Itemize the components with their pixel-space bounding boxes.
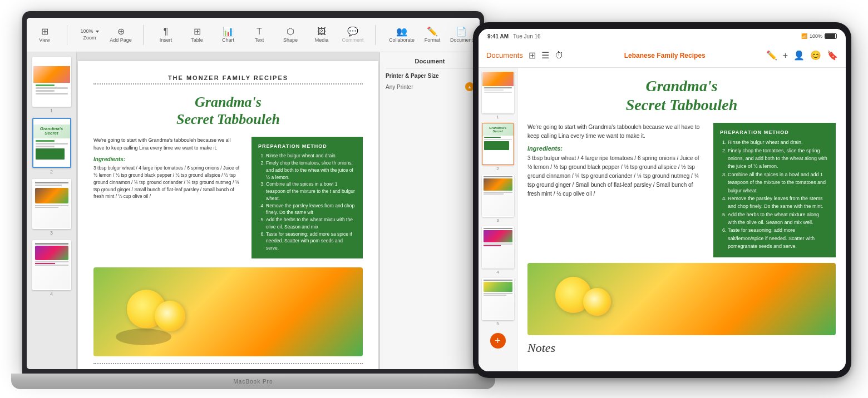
toolbar-zoom[interactable]: 100% Zoom	[78, 29, 101, 41]
collaborate-icon: 👥	[396, 27, 407, 36]
doc-left-col: We're going to start with Grandma's tabb…	[93, 137, 243, 258]
ipad-toolbar-right: ✏️ + 👤 😊 🔖	[766, 50, 838, 61]
share-icon[interactable]: 👤	[793, 50, 805, 61]
ipad-thumb-num-3: 3	[496, 218, 499, 223]
ipad-lemon-half	[583, 288, 611, 316]
ipad-thumbnail-5[interactable]: 5	[481, 278, 515, 326]
thumb-lines-1	[33, 83, 70, 97]
battery-icon	[825, 33, 837, 39]
thumbnail-4[interactable]: 4	[30, 240, 73, 297]
printer-section: Printer & Paper Size	[386, 73, 474, 79]
ingredients-title: Ingredients:	[93, 156, 243, 162]
ipad-thumb-num-5: 5	[496, 321, 499, 326]
macbook-base: MacBook Pro	[11, 374, 495, 389]
thumb-num-1: 1	[50, 108, 53, 113]
toolbar-right: 👥 Collaborate ✏️ Format 📄 Document	[389, 27, 473, 43]
prep-step-5: Add the herbs to the wheat mixtu with th…	[266, 216, 356, 231]
ipad-thumbnail-1[interactable]: 1	[481, 71, 515, 120]
recipe-title: Grandma's Secret Tabbouleh	[93, 93, 363, 128]
toolbar-chart[interactable]: 📊 Chart	[217, 27, 239, 43]
scene: ⊞ View 100% Zoom ⊕ Add Page	[0, 0, 868, 398]
thumb-img-4	[32, 240, 71, 290]
macbook-screen: ⊞ View 100% Zoom ⊕ Add Page	[27, 18, 480, 369]
toolbar-collaborate[interactable]: 👥 Collaborate	[389, 27, 415, 43]
ipad-thumbnail-3[interactable]: 3	[481, 175, 515, 223]
clock-icon[interactable]: ⏱	[555, 51, 564, 61]
pages-content: 1 Grandma'sSecret	[27, 52, 480, 369]
toolbar-text[interactable]: T Text	[248, 27, 270, 43]
thumbnail-2[interactable]: Grandma'sSecret 2	[30, 118, 73, 175]
thumb-num-3: 3	[50, 230, 53, 236]
toolbar-comment[interactable]: 💬 Comment	[342, 27, 364, 43]
ipad-thumb-num-2: 2	[496, 166, 499, 171]
chart-label: Chart	[222, 37, 234, 43]
thumb-img-1	[32, 57, 71, 107]
thumbnail-3[interactable]: 3	[30, 179, 73, 236]
doc-image	[93, 267, 363, 356]
doc-divider	[93, 83, 363, 84]
doc-area[interactable]: THE MONZER FAMILY RECIPES Grandma's Secr…	[77, 52, 379, 369]
comment-label: Comment	[342, 37, 363, 43]
thumb-line	[36, 87, 68, 89]
ipad-thumbnail-2[interactable]: Grandma'sSecret 2	[481, 123, 515, 171]
ipad-toolbar: Documents ⊞ ☰ ⏱ Lebanese Family Recipes …	[479, 43, 846, 68]
ipad-add-page-btn[interactable]: +	[490, 333, 506, 349]
shape-label: Shape	[283, 37, 298, 43]
pencil-icon[interactable]: ✏️	[766, 50, 777, 61]
wifi-icon: 📶	[801, 33, 807, 39]
emoji-icon[interactable]: 😊	[810, 50, 821, 61]
toolbar-view[interactable]: ⊞ View	[33, 27, 56, 43]
ipad-image	[527, 263, 836, 335]
prep-step-3: Combine all the spices in a bowl 1 teasp…	[266, 181, 356, 202]
toolbar-shape[interactable]: ⬡ Shape	[279, 27, 302, 43]
zoom-value: 100%	[80, 29, 93, 34]
thumb-line	[36, 143, 68, 145]
ipad-prep-title: PREPARATION METHOD	[720, 130, 829, 135]
ipad-thumb-img-4	[482, 226, 514, 268]
thumbnail-1[interactable]: 1	[30, 57, 73, 113]
ipad-doc-title: Lebanese Family Recipes	[624, 52, 706, 59]
ipad-prep-step-2: Finely chop the tomatoes, slice the spri…	[728, 147, 829, 171]
ipad-main-doc[interactable]: Grandma's Secret Tabbouleh We're going t…	[517, 68, 846, 371]
toolbar: ⊞ View 100% Zoom ⊕ Add Page	[27, 18, 480, 52]
document-label: Document	[450, 37, 473, 43]
printer-value[interactable]: Any Printer ▲	[386, 82, 474, 91]
ipad-status-bar: 9:41 AM Tue Jun 16 📶 100%	[479, 29, 846, 43]
thumb-img-2: Grandma'sSecret	[32, 118, 71, 168]
thumbnails-icon[interactable]: ⊞	[529, 50, 536, 61]
add-page-label: Add Page	[110, 37, 132, 43]
text-label: Text	[255, 37, 264, 43]
ipad-prep-step-4: Remove the parsley leaves from the stems…	[728, 195, 829, 211]
table-label: Table	[191, 37, 203, 43]
status-time: 9:41 AM	[487, 33, 509, 39]
ipad-content: 1 Grandma'sSecret	[479, 68, 846, 371]
lemon-half	[155, 301, 185, 331]
toolbar-add-page[interactable]: ⊕ Add Page	[110, 27, 132, 43]
ipad-prep-step-3: Combine all the spices in a bowl and add…	[728, 171, 829, 195]
ipad-doc-columns: We're going to start with Grandma's tabb…	[527, 123, 836, 257]
ipad-notes-title: Notes	[527, 341, 836, 355]
toolbar-insert[interactable]: ¶ Insert	[155, 27, 177, 43]
add-icon[interactable]: +	[783, 51, 788, 61]
status-right: 📶 100%	[801, 33, 837, 39]
toolbar-format[interactable]: ✏️ Format	[421, 27, 443, 43]
bookmark-icon[interactable]: 🔖	[827, 50, 838, 61]
table-icon: ⊞	[194, 27, 201, 36]
status-left: 9:41 AM Tue Jun 16	[487, 33, 541, 39]
ipad-recipe-title: Grandma's Secret Tabbouleh	[527, 77, 836, 114]
list-icon[interactable]: ☰	[541, 50, 549, 61]
ipad-bezel: 9:41 AM Tue Jun 16 📶 100% Documents ⊞	[473, 22, 851, 378]
ipad-thumbnail-4[interactable]: 4	[481, 226, 515, 275]
ipad: 9:41 AM Tue Jun 16 📶 100% Documents ⊞	[473, 22, 851, 378]
toolbar-table[interactable]: ⊞ Table	[186, 27, 208, 43]
thumb-num-4: 4	[50, 291, 53, 297]
media-icon: 🖼	[317, 27, 326, 36]
text-icon: T	[257, 27, 262, 36]
doc-right-col: PREPARATION METHOD Rinse the bulgur whea…	[251, 137, 363, 258]
toolbar-document[interactable]: 📄 Document	[450, 27, 473, 43]
thumb-line	[36, 146, 55, 147]
thumbnails-sidebar: 1 Grandma'sSecret	[27, 52, 77, 369]
macbook-bezel: ⊞ View 100% Zoom ⊕ Add Page	[22, 11, 484, 374]
toolbar-media[interactable]: 🖼 Media	[310, 27, 333, 43]
documents-link[interactable]: Documents	[486, 51, 523, 59]
